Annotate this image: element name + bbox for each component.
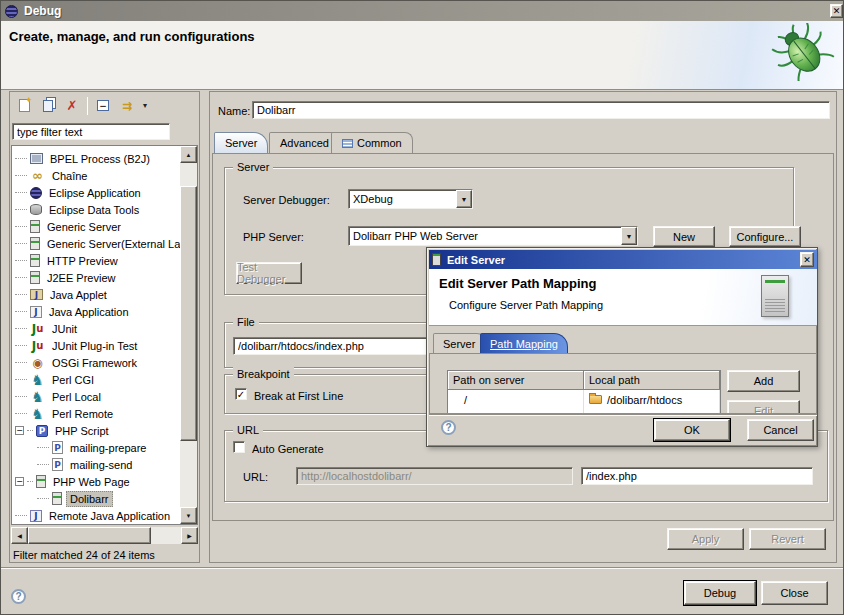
tree-item-eclipse-application[interactable]: Eclipse Application xyxy=(15,184,177,201)
cancel-button[interactable]: Cancel xyxy=(747,419,814,441)
camel-icon xyxy=(30,407,45,421)
tree-item-generic-server[interactable]: Generic Server xyxy=(15,218,177,235)
collapse-expander-icon[interactable]: − xyxy=(15,477,24,486)
path-mapping-frame: Path on server Local path / /dolibarr/ht… xyxy=(429,353,817,414)
dialog-close-button[interactable]: ✕ xyxy=(800,252,814,267)
configure-server-button[interactable]: Configure... xyxy=(729,226,801,247)
apply-button: Apply xyxy=(667,528,744,550)
collapse-expander-icon[interactable]: − xyxy=(15,426,24,435)
break-first-line-label: Break at First Line xyxy=(254,390,343,402)
tree-item-php-script[interactable]: −PHP Script xyxy=(15,422,177,439)
horizontal-scroll-thumb[interactable] xyxy=(28,527,151,544)
window-titlebar: Debug ✕ xyxy=(1,1,843,21)
help-icon: ? xyxy=(445,422,451,433)
dialog-header: Edit Server Path Mapping Configure Serve… xyxy=(429,269,817,326)
name-label: Name: xyxy=(218,105,250,117)
check-icon: ✓ xyxy=(237,389,245,400)
server-group-label: Server xyxy=(233,160,273,174)
folder-icon xyxy=(589,395,602,404)
auto-generate-label: Auto Generate xyxy=(252,443,324,455)
window-close-button[interactable]: ✕ xyxy=(830,4,843,18)
php-server-label: PHP Server: xyxy=(243,231,304,243)
collapse-all-button[interactable]: − xyxy=(91,95,115,116)
tree-item-junit-plugin-test[interactable]: JUnit Plug-in Test xyxy=(15,337,177,354)
tree-horizontal-scrollbar[interactable]: ◀ ▶ xyxy=(11,527,198,544)
vertical-scroll-thumb[interactable] xyxy=(180,186,197,441)
url-group-label: URL xyxy=(233,423,263,437)
tree-item-eclipse-data-tools[interactable]: Eclipse Data Tools xyxy=(15,201,177,218)
url-base-input xyxy=(296,467,573,485)
tree-item-java-application[interactable]: Java Application xyxy=(15,303,177,320)
server-icon xyxy=(30,271,40,284)
add-mapping-button[interactable]: Add xyxy=(727,370,800,392)
php-icon xyxy=(36,425,48,437)
table-icon xyxy=(342,139,353,148)
scroll-right-button[interactable]: ▶ xyxy=(181,527,198,544)
tree-vertical-scrollbar[interactable]: ▲ ▼ xyxy=(180,146,197,524)
filter-input[interactable] xyxy=(12,123,170,140)
tab-server[interactable]: Server xyxy=(214,132,268,153)
tree-item-osgi-framework[interactable]: OSGi Framework xyxy=(15,354,177,371)
tree-item-j2ee-preview[interactable]: J2EE Preview xyxy=(15,269,177,286)
server-path-cell: / xyxy=(448,390,584,409)
php-server-select[interactable]: Dolibarr PHP Web Server ▼ xyxy=(348,226,638,246)
tree-item-java-applet[interactable]: Java Applet xyxy=(15,286,177,303)
table-row[interactable]: / /dolibarr/htdocs xyxy=(448,390,720,409)
name-input[interactable] xyxy=(252,101,830,119)
file-group-label: File xyxy=(233,315,259,329)
new-server-button[interactable]: New xyxy=(653,226,715,247)
duplicate-configuration-button[interactable] xyxy=(36,95,60,116)
tree-item-http-preview[interactable]: HTTP Preview xyxy=(15,252,177,269)
debug-button[interactable]: Debug xyxy=(684,581,756,605)
java-icon xyxy=(30,306,42,318)
ok-button[interactable]: OK xyxy=(654,419,730,441)
scroll-left-button[interactable]: ◀ xyxy=(11,527,28,544)
toolbar-separator xyxy=(87,97,88,115)
server-icon xyxy=(30,220,40,233)
tree-item-mailing-prepare[interactable]: mailing-prepare xyxy=(15,439,177,456)
server-icon xyxy=(30,237,40,250)
server-icon xyxy=(52,492,62,505)
tree-item-mailing-send[interactable]: mailing-send xyxy=(15,456,177,473)
collapse-all-icon: − xyxy=(97,100,109,111)
camel-icon xyxy=(30,390,45,404)
tree-item-dolibarr[interactable]: Dolibarr xyxy=(15,490,177,507)
break-first-line-checkbox[interactable]: ✓ xyxy=(235,388,247,400)
chain-icon xyxy=(30,169,45,183)
dialog-tab-server[interactable]: Server xyxy=(433,333,485,353)
toolbar-menu-button[interactable]: ▾ xyxy=(139,95,151,116)
junit-plugin-icon xyxy=(30,339,45,353)
tree-item-perl-cgi[interactable]: Perl CGI xyxy=(15,371,177,388)
dialog-separator xyxy=(429,414,817,416)
tree-item-perl-remote[interactable]: Perl Remote xyxy=(15,405,177,422)
filter-icon: ⇉ xyxy=(122,99,132,113)
tree-item-perl-local[interactable]: Perl Local xyxy=(15,388,177,405)
dialog-titlebar: Edit Server ✕ xyxy=(429,250,817,269)
scroll-down-button[interactable]: ▼ xyxy=(180,507,197,524)
dialog-tab-path-mapping[interactable]: Path Mapping xyxy=(480,333,568,353)
chevron-down-icon[interactable]: ▼ xyxy=(621,227,637,245)
scroll-up-button[interactable]: ▲ xyxy=(180,146,197,163)
window-title: Debug xyxy=(24,4,61,18)
auto-generate-checkbox[interactable] xyxy=(233,441,245,453)
tree-item-php-web-page[interactable]: −PHP Web Page xyxy=(15,473,177,490)
tree-item-junit[interactable]: JUnit xyxy=(15,320,177,337)
dialog-help-button[interactable]: ? xyxy=(441,420,456,435)
help-button[interactable]: ? xyxy=(11,589,26,604)
close-icon: ✕ xyxy=(833,6,841,16)
chevron-down-icon[interactable]: ▼ xyxy=(456,190,472,208)
column-path-on-server: Path on server xyxy=(448,371,584,390)
new-configuration-button[interactable]: ✦ xyxy=(12,95,36,116)
close-button[interactable]: Close xyxy=(761,581,828,605)
tree-item-bpel[interactable]: BPEL Process (B2J) xyxy=(15,150,177,167)
filter-launch-button[interactable]: ⇉ xyxy=(115,95,139,116)
tree-item-generic-server-external[interactable]: Generic Server(External La xyxy=(15,235,177,252)
delete-configuration-button[interactable]: ✗ xyxy=(60,95,84,116)
new-document-icon: ✦ xyxy=(19,99,30,112)
tree-item-remote-java-application[interactable]: Remote Java Application xyxy=(15,507,177,524)
server-debugger-select[interactable]: XDebug ▼ xyxy=(348,189,473,209)
tab-common[interactable]: Common xyxy=(331,132,413,153)
tab-advanced[interactable]: Advanced xyxy=(269,132,340,153)
url-path-input[interactable] xyxy=(581,467,813,485)
tree-item-chaine[interactable]: Chaîne xyxy=(15,167,177,184)
